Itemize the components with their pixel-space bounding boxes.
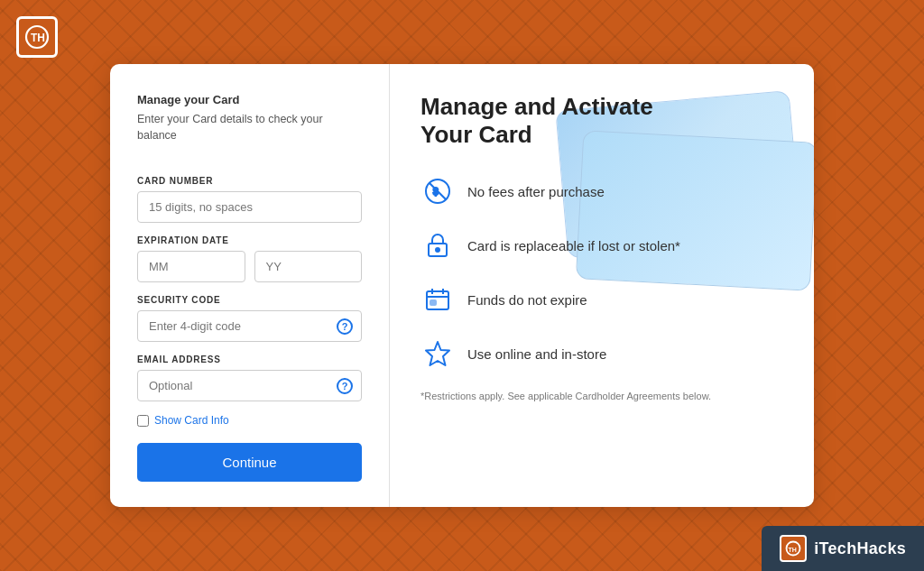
svg-text:TH: TH <box>789 547 797 553</box>
svg-rect-13 <box>430 300 436 305</box>
form-subtitle: Enter your Card details to check your ba… <box>137 112 362 143</box>
brand-bar-logo-icon: TH <box>780 535 807 562</box>
svg-point-8 <box>436 248 439 252</box>
svg-marker-14 <box>426 342 449 365</box>
email-label: EMAIL ADDRESS <box>137 355 362 364</box>
brand-bar: TH iTechHacks <box>762 526 924 571</box>
svg-text:TH: TH <box>31 32 45 44</box>
feature-item-no-fees: $ No fees after purchase <box>420 174 783 208</box>
calendar-icon <box>420 282 455 317</box>
right-panel-title: Manage and ActivateYour Card <box>420 93 783 149</box>
no-fees-icon: $ <box>420 174 455 208</box>
security-code-input[interactable] <box>137 310 362 342</box>
disclaimer-text: *Restrictions apply. See applicable Card… <box>420 391 783 401</box>
top-logo: TH <box>16 16 58 58</box>
feature-item-replaceable: Card is replaceable if lost or stolen* <box>420 228 783 262</box>
brand-bar-text: iTechHacks <box>814 539 906 558</box>
card-number-label: CARD NUMBER <box>137 176 362 186</box>
feature-item-no-expire: Funds do not expire <box>420 282 783 317</box>
expiry-row <box>137 251 362 282</box>
lock-icon <box>420 228 455 262</box>
expiration-label: EXPIRATION DATE <box>137 235 362 245</box>
feature-text-replaceable: Card is replaceable if lost or stolen* <box>467 238 680 253</box>
email-input[interactable] <box>137 370 362 401</box>
right-panel: Manage and ActivateYour Card $ No fees a… <box>390 64 814 507</box>
star-icon <box>420 336 455 371</box>
feature-text-no-fees: No fees after purchase <box>467 184 605 199</box>
security-label: SECURITY CODE <box>137 295 362 305</box>
feature-item-online: Use online and in-store <box>420 336 783 371</box>
show-card-info-label[interactable]: Show Card Info <box>154 414 229 427</box>
feature-text-no-expire: Funds do not expire <box>467 292 587 308</box>
form-title: Manage your Card <box>137 93 362 106</box>
show-card-info-checkbox[interactable] <box>137 415 149 427</box>
email-help-icon[interactable]: ? <box>337 378 353 394</box>
left-panel: Manage your Card Enter your Card details… <box>110 64 390 507</box>
security-code-field: ? <box>137 310 362 342</box>
yy-input[interactable] <box>254 251 363 282</box>
show-card-info-row: Show Card Info <box>137 414 362 427</box>
security-help-icon[interactable]: ? <box>337 318 353 335</box>
feature-list: $ No fees after purchase Card is replace… <box>420 174 783 371</box>
card-number-input[interactable] <box>137 191 362 223</box>
continue-button[interactable]: Continue <box>137 443 362 482</box>
feature-text-online: Use online and in-store <box>467 346 606 362</box>
mm-input[interactable] <box>137 251 245 282</box>
email-field-wrapper: ? <box>137 370 362 401</box>
main-card: Manage your Card Enter your Card details… <box>110 64 814 507</box>
svg-text:$: $ <box>433 187 439 197</box>
